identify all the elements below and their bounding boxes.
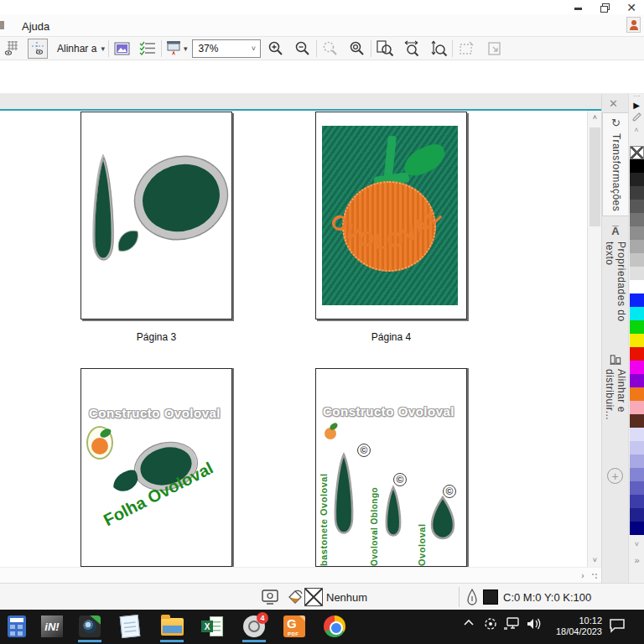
page-3-surface[interactable] [80, 112, 232, 319]
zoom-to-height-button[interactable] [428, 39, 449, 59]
teardrop-small-object[interactable] [428, 495, 457, 540]
chrome-icon [324, 615, 345, 637]
fill-tool-status[interactable] [286, 584, 304, 610]
drawing-canvas[interactable]: Página 3 OVOLOVAL Página 4 Constructo Ov… [0, 111, 587, 567]
tray-recorder-button[interactable] [483, 616, 498, 631]
color-swatch[interactable] [630, 454, 644, 468]
color-swatch[interactable] [630, 240, 644, 253]
color-swatch[interactable] [630, 347, 644, 361]
baton-shape-object[interactable] [86, 154, 120, 277]
show-grid-button[interactable] [3, 39, 23, 59]
baton-large-object[interactable] [330, 452, 357, 546]
color-swatch-none[interactable] [630, 146, 644, 159]
tray-network-button[interactable] [504, 617, 521, 631]
page-4-surface[interactable]: OVOLOVAL [315, 112, 467, 319]
color-swatch[interactable] [630, 293, 644, 307]
zoom-to-width-button[interactable] [402, 39, 422, 59]
taskbar-notepad-button[interactable] [118, 615, 142, 638]
color-swatch[interactable] [630, 414, 644, 428]
docker-tab-text-properties[interactable]: A̅ Propriedades do texto [602, 221, 629, 345]
zoom-to-all-button[interactable] [347, 39, 367, 59]
menu-help[interactable]: Ajuda [18, 18, 53, 34]
color-swatch[interactable] [630, 374, 644, 387]
docker-tab-transformations[interactable]: ↻ Transformações [602, 112, 629, 216]
show-guidelines-button[interactable] [28, 39, 48, 59]
baton-medium-object[interactable] [382, 485, 405, 543]
color-swatch[interactable] [630, 226, 644, 240]
color-swatch[interactable] [630, 428, 644, 441]
palette-flyout-arrow-icon[interactable]: ▶ [629, 101, 644, 112]
resize-grip[interactable] [591, 573, 600, 581]
color-swatch[interactable] [630, 441, 644, 454]
scroll-right-button[interactable]: › [576, 569, 589, 582]
vertical-scroll-thumb[interactable] [589, 127, 600, 226]
color-swatch[interactable] [630, 253, 644, 267]
page-6-surface[interactable]: Constructo Ovoloval bastonete Ovoloval ©… [315, 368, 467, 567]
color-swatch[interactable] [630, 481, 644, 495]
launch-application-dropdown[interactable]: ▾ [165, 39, 188, 59]
color-swatch[interactable] [630, 267, 644, 280]
color-swatch[interactable] [630, 522, 644, 535]
options-list-button[interactable] [138, 39, 158, 59]
add-docker-button[interactable]: + [607, 468, 623, 484]
vertical-scrollbar[interactable]: ˄ ˅ [587, 111, 601, 567]
taskbar-excel-button[interactable]: X [200, 615, 224, 638]
action-center-button[interactable] [609, 618, 626, 633]
docker-close-button[interactable]: ✕ [609, 97, 618, 110]
ovoloval-shape-object[interactable] [131, 146, 231, 250]
zoom-level-combobox[interactable]: 37% ˅ [192, 39, 261, 58]
palette-scroll-up-button[interactable]: ˄ [629, 126, 644, 137]
folha-small-teardrop-object[interactable] [110, 470, 140, 495]
docker-tab-align-distribute[interactable]: Alinhar e distribuir... [602, 351, 629, 461]
tray-show-hidden-button[interactable] [463, 618, 475, 626]
page-5-surface[interactable]: Constructo Ovoloval Folha Ovoloval [80, 368, 232, 567]
outline-tool-status[interactable] [466, 584, 478, 610]
color-swatch[interactable] [630, 401, 644, 414]
export-image-button[interactable] [112, 39, 132, 59]
taskbar-camera-app-button[interactable] [78, 615, 101, 638]
color-swatch[interactable] [630, 387, 644, 401]
taskbar-in-app-button[interactable]: iN! [40, 615, 64, 638]
document-color-settings[interactable] [262, 584, 278, 610]
leaf-shape-object[interactable] [115, 226, 142, 256]
color-swatch[interactable] [630, 468, 644, 481]
color-swatch[interactable] [630, 508, 644, 522]
zoom-in-button[interactable] [266, 39, 286, 59]
close-button[interactable]: ✕ [621, 1, 642, 14]
fruit-badge-object[interactable] [86, 426, 113, 460]
fill-color-swatch[interactable] [304, 584, 323, 610]
taskbar-calculator-button[interactable] [5, 615, 29, 638]
color-swatch[interactable] [630, 320, 644, 334]
taskbar-gaaiho-pdf-button[interactable]: G PDF [283, 615, 306, 638]
color-swatch[interactable] [630, 495, 644, 508]
color-swatch[interactable] [630, 361, 644, 374]
scroll-up-button[interactable]: ˄ [588, 111, 602, 124]
zoom-to-page-button[interactable] [375, 39, 395, 59]
minimize-button[interactable] [567, 1, 589, 14]
taskbar-whatsapp-button[interactable]: 4 [242, 615, 266, 638]
color-swatch[interactable] [630, 307, 644, 320]
color-swatch[interactable] [630, 213, 644, 226]
embroidery-photo-object[interactable]: OVOLOVAL [322, 126, 458, 305]
zoom-out-button[interactable] [293, 39, 313, 59]
color-swatch[interactable] [630, 186, 644, 200]
color-swatch[interactable] [630, 173, 644, 186]
palette-expand-button[interactable]: » [629, 555, 644, 565]
color-swatch[interactable] [630, 280, 644, 293]
taskbar-clock[interactable]: 10:12 18/04/2023 [556, 615, 602, 637]
align-to-dropdown[interactable]: Alinhar a ▾ [55, 39, 105, 59]
page-4-label: Página 4 [315, 331, 467, 343]
color-swatch[interactable] [630, 159, 644, 173]
palette-eyedropper-button[interactable] [629, 112, 644, 126]
account-button[interactable] [626, 17, 641, 33]
outline-color-swatch[interactable] [483, 584, 498, 610]
tray-volume-button[interactable] [526, 617, 543, 631]
scroll-down-button[interactable]: ˅ [588, 553, 602, 567]
palette-scroll-down-button[interactable]: ˅ [629, 540, 644, 551]
taskbar-chrome-button[interactable] [323, 615, 346, 638]
color-swatch[interactable] [630, 334, 644, 347]
palette-drag-handle[interactable]: ⋯ [629, 94, 644, 101]
color-swatch[interactable] [630, 200, 644, 213]
taskbar-file-explorer-button[interactable] [160, 615, 184, 638]
restore-button[interactable] [594, 1, 615, 14]
